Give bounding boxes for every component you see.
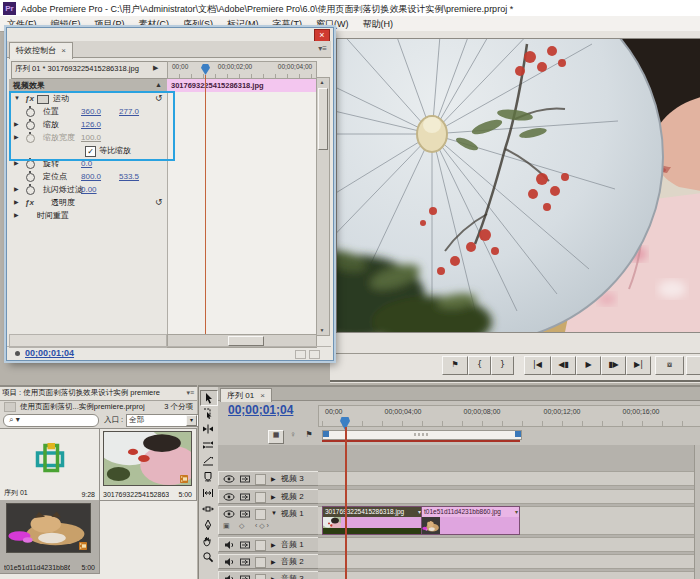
track-lock-toggle[interactable] bbox=[255, 540, 266, 551]
track-lock-toggle[interactable] bbox=[255, 557, 266, 568]
sync-lock-icon[interactable] bbox=[239, 573, 251, 579]
entry-dropdown[interactable]: 全部 ▾ bbox=[126, 414, 199, 427]
stopwatch-icon[interactable] bbox=[26, 173, 35, 182]
stopwatch-icon[interactable] bbox=[26, 186, 35, 195]
ripple-edit-tool[interactable] bbox=[200, 422, 216, 436]
panel-menu-icon[interactable]: ▾≡ bbox=[318, 44, 327, 53]
slide-tool[interactable] bbox=[200, 502, 216, 516]
track-lock-toggle[interactable] bbox=[255, 509, 266, 520]
timeline-current-timecode[interactable]: 00;00;01;04 bbox=[228, 403, 293, 417]
reset-icon[interactable]: ↺ bbox=[155, 196, 163, 209]
effect-row-透明度[interactable]: ▶ƒx透明度↺ bbox=[9, 196, 167, 209]
track-header-audio-1[interactable]: ▶音频 1 bbox=[218, 537, 320, 552]
step-forward-button[interactable]: ▮▶ bbox=[601, 356, 626, 375]
sync-lock-icon[interactable] bbox=[239, 491, 251, 503]
expander-icon[interactable]: ▶ bbox=[14, 209, 19, 222]
rolling-edit-tool[interactable] bbox=[200, 438, 216, 452]
project-item-0[interactable]: 序列 019:28 bbox=[0, 429, 100, 501]
project-item-2[interactable]: t01e51d11d4231bb860...5:00 bbox=[0, 500, 100, 574]
zoom-out-icon[interactable] bbox=[295, 350, 306, 359]
sequence-clip-selector[interactable]: 序列 01 * 3017693225415286318.jpg bbox=[11, 61, 168, 79]
go-to-out-point-button[interactable]: ▶| bbox=[626, 356, 651, 375]
track-header-video-1[interactable]: ▼视频 1▣◇‹ ◇ › bbox=[218, 506, 320, 535]
expander-icon[interactable]: ▶ bbox=[271, 475, 276, 482]
track-header-video-2[interactable]: ▶视频 2 bbox=[218, 489, 320, 504]
razor-tool[interactable] bbox=[200, 470, 216, 484]
track-lane-audio-2[interactable] bbox=[318, 554, 694, 569]
work-area-grip[interactable] bbox=[414, 433, 430, 436]
sync-lock-icon[interactable] bbox=[239, 473, 251, 485]
keyframe-control-icon[interactable]: ‹ ◇ › bbox=[255, 522, 269, 530]
zoom-in-icon[interactable] bbox=[309, 350, 320, 359]
keyframe-control-icon[interactable]: ▣ bbox=[223, 522, 230, 530]
track-lock-toggle[interactable] bbox=[255, 492, 266, 503]
work-area-end-handle[interactable] bbox=[515, 431, 521, 437]
expander-icon[interactable]: ▶ bbox=[271, 575, 276, 579]
search-input[interactable]: ⌕ ▾ bbox=[3, 414, 99, 427]
chevron-down-icon[interactable]: ▾ bbox=[186, 415, 197, 426]
effect-row-抗闪烁过滤[interactable]: ▶抗闪烁过滤0.00 bbox=[9, 183, 167, 196]
sync-lock-icon[interactable] bbox=[239, 556, 251, 568]
property-value[interactable]: 800.0 bbox=[81, 170, 101, 183]
set-in-point-button[interactable]: { bbox=[468, 356, 491, 375]
track-header-audio-3[interactable]: ▶音频 3 bbox=[218, 571, 320, 579]
export-frame-button[interactable]: ⧇ bbox=[655, 356, 684, 375]
timeline-clip-1[interactable]: t01e51d11d4231bb860.jpg▾ bbox=[421, 506, 520, 535]
close-icon[interactable]: × bbox=[61, 46, 66, 55]
sync-lock-icon[interactable] bbox=[239, 539, 251, 551]
snap-toggle-button[interactable]: ▦ bbox=[268, 430, 284, 444]
scroll-down-icon[interactable]: ▼ bbox=[317, 326, 327, 335]
add-marker-button[interactable]: ⚑ bbox=[442, 356, 468, 375]
rate-stretch-tool[interactable] bbox=[200, 454, 216, 468]
chevron-down-icon[interactable]: ▾ bbox=[515, 508, 518, 515]
menu-item-8[interactable]: 帮助(H) bbox=[356, 16, 401, 31]
hand-tool[interactable] bbox=[200, 534, 216, 548]
track-header-video-3[interactable]: ▶视频 3 bbox=[218, 471, 320, 486]
set-marker-button[interactable]: ⚑ bbox=[302, 430, 316, 442]
collapse-icon[interactable]: ▲ bbox=[155, 81, 162, 88]
track-lane-video-3[interactable] bbox=[318, 471, 694, 486]
track-lane-video-2[interactable] bbox=[318, 489, 694, 504]
track-select-tool[interactable] bbox=[200, 406, 216, 420]
track-lock-toggle[interactable] bbox=[255, 574, 266, 579]
pen-tool[interactable] bbox=[200, 518, 216, 532]
work-area-start-handle[interactable] bbox=[323, 431, 329, 437]
encore-chapter-marker-button[interactable]: ♀ bbox=[286, 430, 300, 442]
timeline-clip-0[interactable]: 3017693225415286318.jpg▾ bbox=[322, 506, 423, 535]
property-value[interactable]: 0.00 bbox=[81, 183, 97, 196]
expander-icon[interactable]: ▶ bbox=[271, 558, 276, 565]
effect-row-时间重置[interactable]: ▶时间重置 bbox=[9, 209, 167, 222]
play-toggle-icon[interactable]: ▶ bbox=[153, 64, 158, 72]
keyframe-control-icon[interactable]: ◇ bbox=[239, 522, 244, 530]
timeline-ruler[interactable]: 00;0000;00;04;0000;00;08;0000;00;12;0000… bbox=[318, 405, 700, 427]
sync-lock-icon[interactable] bbox=[239, 508, 251, 520]
effect-controls-tab[interactable]: 特效控制台 × bbox=[9, 42, 73, 59]
expander-icon[interactable]: ▼ bbox=[271, 510, 277, 516]
expander-icon[interactable]: ▶ bbox=[271, 541, 276, 548]
track-lane-audio-1[interactable] bbox=[318, 537, 694, 552]
panel-menu-icon[interactable]: ▾≡ bbox=[186, 389, 194, 397]
track-lock-toggle[interactable] bbox=[255, 474, 266, 485]
vertical-scrollbar[interactable]: ▲ ▼ bbox=[316, 77, 330, 336]
track-header-audio-2[interactable]: ▶音频 2 bbox=[218, 554, 320, 569]
zoom-tool[interactable] bbox=[200, 550, 216, 564]
expander-icon[interactable]: ▶ bbox=[14, 183, 19, 196]
property-value[interactable]: 533.5 bbox=[119, 170, 139, 183]
selection-tool[interactable] bbox=[200, 390, 218, 406]
slip-tool[interactable] bbox=[200, 486, 216, 500]
play-button[interactable]: ▶ bbox=[576, 356, 601, 375]
expander-icon[interactable]: ▶ bbox=[271, 493, 276, 500]
scroll-up-icon[interactable]: ▲ bbox=[317, 78, 327, 87]
more-button[interactable] bbox=[686, 356, 700, 375]
effect-row-定位点[interactable]: 定位点800.0533.5 bbox=[9, 170, 167, 183]
go-to-in-point-button[interactable]: |◀ bbox=[524, 356, 551, 375]
project-tab[interactable]: 项目 : 使用页面剥落切换效果设计实例 premiere bbox=[2, 388, 180, 398]
set-out-point-button[interactable]: } bbox=[491, 356, 514, 375]
project-item-1[interactable]: 301769322541528631...5:00 bbox=[99, 429, 197, 501]
scrollbar-thumb[interactable] bbox=[318, 88, 328, 150]
timeline-vertical-scrollbar[interactable] bbox=[694, 445, 700, 579]
timeline-tab[interactable]: 序列 01 × bbox=[220, 388, 272, 402]
effect-controls-timecode[interactable]: 00;00;01;04 bbox=[25, 348, 74, 358]
step-back-button[interactable]: ◀▮ bbox=[551, 356, 576, 375]
work-area-bar[interactable] bbox=[322, 430, 522, 440]
